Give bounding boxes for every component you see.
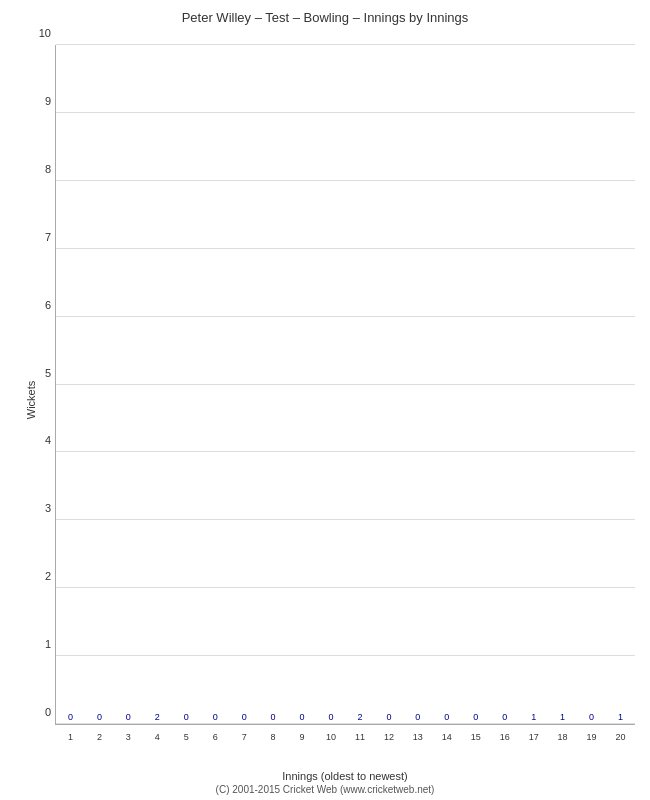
bar-value-label-11: 2	[357, 712, 362, 722]
gridline-7	[56, 248, 635, 249]
gridline-3	[56, 519, 635, 520]
x-tick-13: 13	[413, 732, 423, 742]
y-tick-label-2: 2	[45, 570, 51, 582]
gridline-4	[56, 451, 635, 452]
gridline-9	[56, 112, 635, 113]
bar-value-label-4: 2	[155, 712, 160, 722]
chart-container: Peter Willey – Test – Bowling – Innings …	[0, 0, 650, 800]
x-tick-8: 8	[271, 732, 276, 742]
x-tick-16: 16	[500, 732, 510, 742]
bar-zero-label-13: 0	[415, 712, 420, 722]
gridline-1	[56, 655, 635, 656]
x-tick-14: 14	[442, 732, 452, 742]
gridline-5	[56, 384, 635, 385]
y-tick-label-8: 8	[45, 163, 51, 175]
bar-zero-label-5: 0	[184, 712, 189, 722]
x-tick-4: 4	[155, 732, 160, 742]
y-tick-label-7: 7	[45, 231, 51, 243]
bar-value-label-20: 1	[618, 712, 623, 722]
x-tick-15: 15	[471, 732, 481, 742]
y-tick-label-5: 5	[45, 367, 51, 379]
y-tick-label-10: 10	[39, 27, 51, 39]
bar-zero-label-19: 0	[589, 712, 594, 722]
bar-zero-label-10: 0	[329, 712, 334, 722]
gridline-2	[56, 587, 635, 588]
bar-value-label-18: 1	[560, 712, 565, 722]
x-tick-17: 17	[529, 732, 539, 742]
bar-zero-label-15: 0	[473, 712, 478, 722]
bar-zero-label-9: 0	[300, 712, 305, 722]
x-tick-11: 11	[355, 732, 365, 742]
bar-zero-label-14: 0	[444, 712, 449, 722]
y-tick-label-4: 4	[45, 434, 51, 446]
x-tick-1: 1	[68, 732, 73, 742]
gridline-10	[56, 44, 635, 45]
bar-zero-label-16: 0	[502, 712, 507, 722]
x-tick-12: 12	[384, 732, 394, 742]
bar-zero-label-1: 0	[68, 712, 73, 722]
gridline-6	[56, 316, 635, 317]
x-tick-10: 10	[326, 732, 336, 742]
x-tick-6: 6	[213, 732, 218, 742]
y-tick-label-0: 0	[45, 706, 51, 718]
bar-zero-label-8: 0	[271, 712, 276, 722]
y-tick-label-6: 6	[45, 299, 51, 311]
y-axis-label: Wickets	[25, 381, 37, 420]
x-tick-19: 19	[587, 732, 597, 742]
bar-value-label-17: 1	[531, 712, 536, 722]
chart-area: 0123456789100102032405060708090102110120…	[55, 45, 635, 725]
gridline-8	[56, 180, 635, 181]
x-tick-5: 5	[184, 732, 189, 742]
x-tick-3: 3	[126, 732, 131, 742]
y-tick-label-1: 1	[45, 638, 51, 650]
gridline-0	[56, 723, 635, 724]
bar-zero-label-6: 0	[213, 712, 218, 722]
bar-zero-label-12: 0	[386, 712, 391, 722]
x-tick-9: 9	[300, 732, 305, 742]
bar-zero-label-2: 0	[97, 712, 102, 722]
x-tick-20: 20	[616, 732, 626, 742]
x-tick-7: 7	[242, 732, 247, 742]
x-tick-2: 2	[97, 732, 102, 742]
chart-title: Peter Willey – Test – Bowling – Innings …	[0, 10, 650, 25]
bar-zero-label-3: 0	[126, 712, 131, 722]
x-tick-18: 18	[558, 732, 568, 742]
bar-zero-label-7: 0	[242, 712, 247, 722]
y-tick-label-9: 9	[45, 95, 51, 107]
x-axis-label: Innings (oldest to newest)	[55, 770, 635, 782]
copyright: (C) 2001-2015 Cricket Web (www.cricketwe…	[0, 784, 650, 795]
y-tick-label-3: 3	[45, 502, 51, 514]
